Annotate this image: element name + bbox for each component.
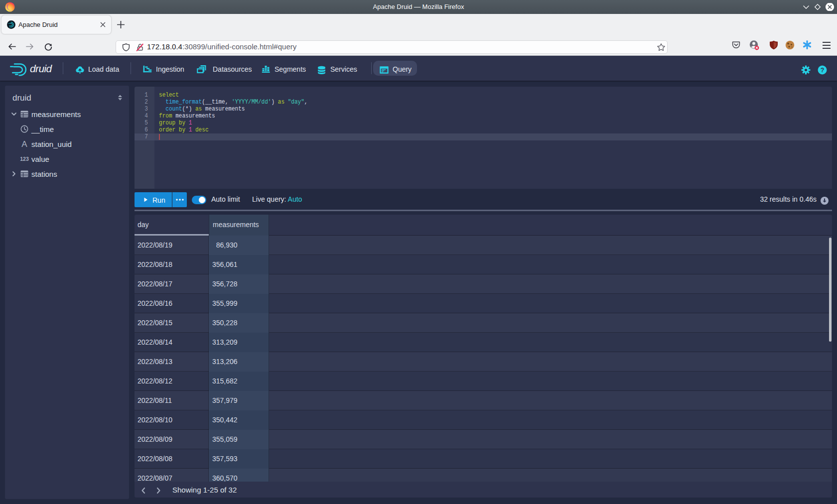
svg-text:123: 123 [20, 156, 29, 162]
svg-text:A: A [21, 140, 27, 148]
svg-text:?: ? [821, 67, 825, 74]
